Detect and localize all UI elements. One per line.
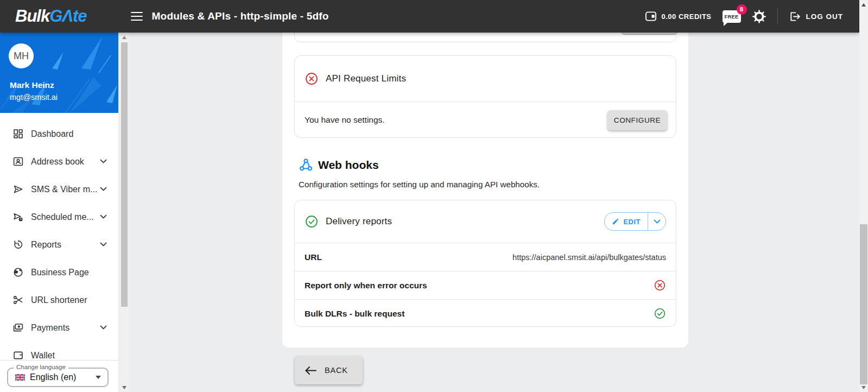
content-panel: API Request Limits You have no settings.… (282, 0, 688, 347)
payments-icon (12, 322, 24, 334)
dropdown-arrow-icon (96, 376, 101, 379)
topbar-divider (777, 8, 778, 24)
scissors-icon (12, 294, 24, 306)
error-circle-icon (305, 72, 319, 86)
section-subtitle: Configuration settings for setting up an… (299, 180, 540, 189)
card-title: Delivery reports (326, 216, 392, 227)
page-title: Modules & APIs - http-simple - 5dfo (152, 10, 329, 22)
webhook-icon (299, 157, 313, 172)
bulkgate-logo[interactable]: BulkGΛte (15, 7, 87, 26)
api-request-limits-body: You have no settings. CONFIGURE (295, 102, 676, 138)
free-version-button[interactable]: FREE 8 (723, 10, 741, 23)
sidebar-nav: Dashboard Address book (0, 113, 118, 369)
sidebar-item-label: Address book (31, 157, 84, 167)
notification-badge: 8 (737, 4, 747, 15)
language-select[interactable]: Change language English (en) (7, 368, 109, 387)
delivery-reports-card: Delivery reports EDIT (294, 200, 676, 327)
back-button[interactable]: BACK (295, 356, 363, 384)
url-value: https://aicpanel.smsit.ai/api/bulkgates/… (512, 253, 666, 262)
error-circle-icon (654, 279, 666, 292)
edit-split-button: EDIT (604, 212, 666, 231)
scroll-up-arrow-icon[interactable] (122, 36, 126, 39)
app: API Request Limits You have no settings.… (0, 0, 868, 392)
success-circle-icon (654, 307, 666, 320)
row-label: URL (305, 252, 322, 262)
table-row-url: URL https://aicpanel.smsit.ai/api/bulkga… (295, 243, 676, 271)
webhooks-section-header: Web hooks (299, 157, 379, 172)
user-email: mgt@smsit.ai (10, 93, 58, 102)
sidebar-item-url-shortener[interactable]: URL shortener (0, 286, 118, 314)
chevron-down-icon (100, 159, 107, 164)
sidebar-item-label: Reports (31, 240, 61, 250)
language-select-value: English (en) (30, 372, 76, 382)
sidebar-item-address-book[interactable]: Address book (0, 148, 118, 175)
edit-button-label: EDIT (623, 218, 641, 226)
card-title: API Request Limits (326, 73, 406, 84)
sidebar-item-label: SMS & Viber m... (31, 185, 97, 194)
api-request-limits-card: API Request Limits You have no settings.… (294, 55, 676, 138)
edit-button[interactable]: EDIT (605, 213, 648, 230)
row-label: Report only when error occurs (305, 281, 427, 290)
row-label: Bulk DLRs - bulk request (305, 309, 404, 319)
sidebar-item-label: Payments (31, 323, 69, 333)
scrollbar-thumb[interactable] (121, 42, 128, 307)
sidebar-item-label: Dashboard (31, 129, 73, 139)
sidebar-item-reports[interactable]: Reports (0, 231, 118, 258)
settings-gear-icon[interactable] (752, 9, 766, 24)
language-select-legend: Change language (14, 364, 68, 370)
sidebar-item-label: Scheduled me... (31, 212, 94, 222)
chevron-down-icon (100, 242, 107, 247)
section-title: Web hooks (318, 159, 379, 172)
avatar[interactable]: MH (9, 43, 34, 68)
logout-label: LOG OUT (806, 12, 844, 21)
arrow-left-icon (305, 366, 317, 375)
chevron-down-icon (100, 187, 107, 192)
sidebar-item-dashboard[interactable]: Dashboard (0, 120, 118, 148)
logout-button[interactable]: LOG OUT (789, 11, 844, 22)
back-button-label: BACK (325, 366, 348, 375)
success-circle-icon (305, 214, 319, 229)
sidebar-item-label: Business Page (31, 268, 89, 277)
credits-amount: 0.00 CREDITS (662, 12, 712, 21)
scroll-down-arrow-icon[interactable] (122, 386, 126, 389)
api-request-limits-header: API Request Limits (295, 56, 676, 102)
sidebar-item-label: URL shortener (31, 295, 87, 305)
credits-button[interactable]: 0.00 CREDITS (645, 11, 712, 22)
delivery-reports-header: Delivery reports EDIT (295, 200, 676, 243)
scheduled-send-icon (12, 211, 24, 223)
edit-dropdown-button[interactable] (648, 213, 666, 230)
no-settings-text: You have no settings. (305, 115, 385, 125)
sidebar: MH Mark Heinz mgt@smsit.ai Dashboard (0, 33, 118, 392)
globe-icon (12, 267, 24, 279)
sidebar-item-payments[interactable]: Payments (0, 314, 118, 342)
sidebar-item-sms-viber[interactable]: SMS & Viber m... (0, 175, 118, 203)
table-row-bulk-dlrs: Bulk DLRs - bulk request (295, 299, 676, 327)
chevron-down-icon (654, 219, 661, 224)
chevron-down-icon (100, 325, 107, 330)
user-name: Mark Heinz (10, 80, 54, 90)
sidebar-item-scheduled[interactable]: Scheduled me... (0, 203, 118, 231)
sidebar-item-business-page[interactable]: Business Page (0, 258, 118, 286)
address-book-icon (12, 156, 24, 168)
scroll-down-arrow-icon[interactable] (861, 386, 866, 389)
table-row-error-only: Report only when error occurs (295, 271, 676, 299)
scrollbar-thumb[interactable] (860, 224, 867, 384)
dashboard-icon (12, 128, 24, 140)
configure-button[interactable]: CONFIGURE (607, 110, 667, 130)
send-icon (12, 184, 24, 195)
sidebar-scrollbar[interactable] (120, 33, 129, 392)
sidebar-user-header: MH Mark Heinz mgt@smsit.ai (0, 33, 118, 113)
pencil-icon (612, 218, 619, 225)
scroll-up-arrow-icon[interactable] (861, 3, 866, 7)
chevron-down-icon (100, 214, 107, 219)
topbar-actions: 0.00 CREDITS FREE 8 (645, 8, 843, 24)
main-scrollbar[interactable] (859, 0, 868, 392)
topbar: BulkGΛte Modules & APIs - http-simple - … (0, 0, 859, 33)
credits-icon (645, 11, 657, 22)
sidebar-item-label: Wallet (31, 351, 55, 361)
menu-icon[interactable] (130, 11, 143, 21)
logout-icon (789, 11, 801, 22)
uk-flag-icon (15, 374, 25, 381)
history-icon (12, 239, 24, 251)
